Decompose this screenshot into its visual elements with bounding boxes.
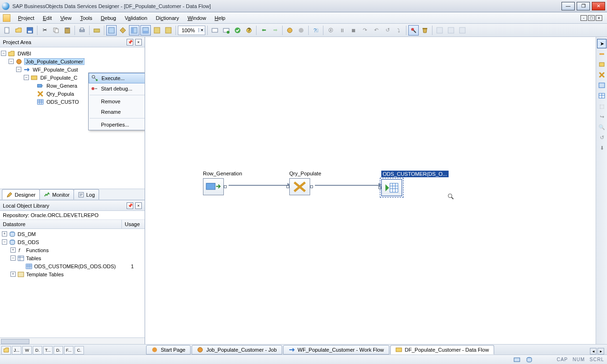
trash-icon[interactable]: [420, 25, 430, 36]
expander-icon[interactable]: −: [9, 59, 14, 64]
view-lib-icon[interactable]: [129, 25, 139, 36]
tree-child[interactable]: ODS_CUSTO: [46, 99, 80, 105]
doc-tab-wf[interactable]: WF_Populate_Customer - Work Flow: [283, 345, 389, 355]
copy-icon[interactable]: [51, 25, 61, 36]
ctx-properties[interactable]: Properties...: [89, 119, 145, 130]
query-shape[interactable]: [289, 178, 310, 195]
target-shape[interactable]: [381, 179, 402, 196]
datastore-tree[interactable]: +DS_DM −DS_ODS +fFunctions −Tables ODS_C…: [0, 229, 145, 337]
ctx-rename[interactable]: Rename: [89, 107, 145, 117]
ds-label[interactable]: DS_ODS: [18, 239, 39, 245]
mdi-close[interactable]: ×: [596, 15, 602, 21]
dbg4-icon[interactable]: ↷: [359, 25, 370, 36]
zoom-dropdown-icon[interactable]: ▾: [198, 28, 205, 32]
canvas-node-target[interactable]: ODS_CUSTOMER(DS_O...: [381, 171, 449, 196]
expander-icon[interactable]: −: [1, 51, 6, 56]
validate2-icon[interactable]: [221, 25, 231, 36]
view-central-icon[interactable]: [118, 25, 128, 36]
tree-dataflow[interactable]: DF_Populate_C: [39, 75, 78, 81]
menu-view[interactable]: View: [56, 14, 75, 22]
debug-run-icon[interactable]: [296, 25, 306, 36]
menu-edit[interactable]: Edit: [39, 14, 55, 22]
minimize-button[interactable]: —: [561, 2, 575, 10]
col-datastore[interactable]: Datastore: [0, 220, 122, 228]
pin-icon[interactable]: 📌: [127, 39, 133, 46]
project-tree[interactable]: − DWBI − Job_Populate_Customer − WF_Popu…: [0, 47, 145, 189]
tree-root[interactable]: DWBI: [17, 51, 32, 56]
map-tool-icon[interactable]: ↪: [597, 112, 607, 121]
pointer-tool-icon[interactable]: ➤: [597, 39, 607, 48]
mdi-restore[interactable]: □: [588, 15, 595, 21]
connector[interactable]: [229, 185, 288, 186]
mini-tab[interactable]: W: [22, 346, 32, 355]
dbg2-icon[interactable]: ⏸: [337, 25, 347, 36]
dbg5-icon[interactable]: ↶: [371, 25, 381, 36]
menu-tools[interactable]: Tools: [76, 14, 96, 22]
doc-tab-df[interactable]: DF_Populate_Customer - Data Flow: [390, 345, 494, 355]
menu-project[interactable]: Project: [14, 14, 38, 22]
menu-debug[interactable]: Debug: [97, 14, 120, 22]
nav-left-icon[interactable]: ◂: [590, 348, 597, 355]
view-status-icon[interactable]: [163, 25, 174, 36]
expander-icon[interactable]: +: [10, 247, 16, 253]
connector[interactable]: [315, 185, 379, 186]
ctx-execute[interactable]: Execute...: [89, 73, 145, 83]
filter-icon[interactable]: [408, 25, 419, 36]
expander-icon[interactable]: −: [10, 255, 16, 261]
ds-label[interactable]: DS_DM: [18, 231, 36, 237]
canvas-node-rowgen[interactable]: Row_Generation: [203, 171, 242, 195]
menu-validation[interactable]: Validation: [121, 14, 151, 22]
layout2-icon[interactable]: [446, 25, 456, 36]
view-output-icon[interactable]: [140, 25, 151, 36]
ds-label[interactable]: Tables: [26, 255, 41, 261]
expander-icon[interactable]: −: [16, 67, 21, 72]
dbg7-icon[interactable]: ⤵: [394, 25, 404, 36]
print-icon[interactable]: [77, 25, 87, 36]
forward-icon[interactable]: ➡: [270, 25, 280, 36]
dbg1-icon[interactable]: ⦿: [325, 25, 336, 36]
expander-icon[interactable]: −: [2, 239, 7, 245]
zoom-input[interactable]: [178, 27, 198, 33]
audit-icon[interactable]: ?: [244, 25, 254, 36]
layout3-icon[interactable]: [457, 25, 468, 36]
template-tool-icon[interactable]: [597, 81, 607, 90]
validate-icon[interactable]: [210, 25, 220, 36]
expander-icon[interactable]: +: [10, 272, 16, 277]
mini-tab[interactable]: F...: [64, 346, 74, 355]
open-icon[interactable]: [13, 25, 24, 36]
pin-icon[interactable]: 📌: [127, 202, 133, 209]
mdi-minimize[interactable]: -: [580, 15, 587, 21]
reset-tool-icon[interactable]: ↺: [597, 133, 607, 142]
expander-icon[interactable]: +: [2, 231, 7, 237]
close-pane-icon[interactable]: ×: [135, 39, 142, 46]
dbg3-icon[interactable]: ⏹: [348, 25, 359, 36]
tab-log[interactable]: Log: [74, 189, 99, 200]
canvas-node-query[interactable]: Qry_Populate: [289, 171, 321, 195]
rowgen-shape[interactable]: [203, 178, 224, 195]
status-icon-1[interactable]: [513, 356, 521, 364]
tab-monitor[interactable]: Monitor: [39, 189, 74, 200]
expander-icon[interactable]: −: [24, 75, 29, 80]
drop-tool-icon[interactable]: ⬇: [597, 143, 607, 153]
save-icon[interactable]: [25, 25, 35, 36]
search-tool-icon[interactable]: 🔍: [597, 122, 607, 132]
mini-tab[interactable]: J...: [12, 346, 21, 355]
zoom-combo[interactable]: ▾: [178, 26, 205, 35]
tree-workflow[interactable]: WF_Populate_Cust: [32, 67, 79, 73]
ctx-start-debug[interactable]: Start debug...: [89, 83, 145, 94]
tool-a-icon[interactable]: [92, 25, 102, 36]
mini-tab[interactable]: C.: [74, 346, 84, 355]
view-variables-icon[interactable]: [152, 25, 162, 36]
dataflow-canvas[interactable]: Row_Generation Qry_Populate ODS_CUSTOMER…: [145, 37, 596, 345]
table-tool-icon[interactable]: [597, 91, 607, 100]
debug-attach-icon[interactable]: [285, 25, 295, 36]
tree-child[interactable]: Row_Genera: [46, 83, 78, 89]
close-button[interactable]: ✕: [592, 2, 605, 10]
menu-help[interactable]: Help: [211, 14, 230, 22]
dataflow-tool-icon[interactable]: [597, 60, 607, 69]
validate-all-icon[interactable]: [232, 25, 243, 36]
datatransport-tool-icon[interactable]: ⬚: [597, 101, 607, 111]
doc-tab-start[interactable]: Start Page: [146, 345, 191, 355]
new-icon[interactable]: [2, 25, 12, 36]
help-icon[interactable]: ?⃝: [311, 25, 321, 36]
